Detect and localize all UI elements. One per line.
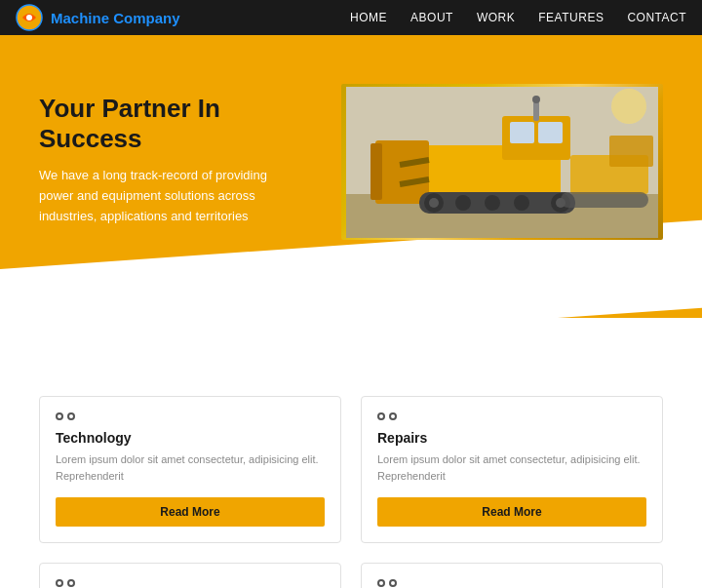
- card-title-1: Repairs: [377, 430, 646, 446]
- logo-icon: [16, 4, 43, 31]
- card-dot-0b: [67, 412, 75, 420]
- svg-point-16: [485, 195, 500, 211]
- svg-point-17: [514, 195, 529, 211]
- card-btn-1[interactable]: Read More: [377, 497, 646, 527]
- svg-rect-9: [370, 143, 382, 200]
- card-dot-1a: [377, 412, 385, 420]
- svg-rect-7: [538, 122, 563, 143]
- card-icon-row-2: [56, 579, 325, 587]
- bulldozer-image: [341, 84, 663, 240]
- card-repairs: Repairs Lorem ipsum dolor sit amet conse…: [361, 396, 663, 543]
- cards-grid: Technology Lorem ipsum dolor sit amet co…: [39, 396, 663, 588]
- card-dot-1b: [389, 412, 397, 420]
- bulldozer-svg: [346, 87, 658, 238]
- nav-contact[interactable]: CONTACT: [627, 11, 686, 24]
- hero-section: Your Partner In Success We have a long t…: [0, 35, 702, 318]
- card-icon-row-3: [377, 579, 646, 587]
- svg-point-15: [455, 195, 471, 211]
- hero-text: Your Partner In Success We have a long t…: [39, 84, 302, 227]
- card-icon-row-1: [377, 412, 646, 420]
- svg-point-1: [26, 15, 32, 20]
- svg-point-25: [611, 89, 646, 124]
- navbar: Machine Company HOME ABOUT WORK FEATURES…: [0, 0, 702, 35]
- nav-features[interactable]: FEATURES: [538, 11, 604, 24]
- nav-home[interactable]: HOME: [350, 11, 387, 24]
- card-dot-2b: [67, 579, 75, 587]
- svg-rect-21: [609, 136, 653, 167]
- svg-rect-8: [375, 140, 429, 204]
- card-dot-0a: [56, 412, 63, 420]
- nav-work[interactable]: WORK: [477, 11, 515, 24]
- card-btn-0[interactable]: Read More: [56, 497, 325, 527]
- card-dot-2a: [56, 579, 63, 587]
- card-icon-row-0: [56, 412, 325, 420]
- brand-name: Machine Company: [51, 10, 180, 26]
- card-desc-1: Lorem ipsum dolor sit amet consectetur, …: [377, 451, 646, 484]
- svg-point-14: [429, 198, 439, 208]
- hero-title: Your Partner In Success: [39, 94, 302, 154]
- card-desc-0: Lorem ipsum dolor sit amet consectetur, …: [56, 451, 325, 484]
- svg-rect-6: [510, 122, 534, 143]
- svg-point-24: [532, 96, 540, 103]
- card-technology: Technology Lorem ipsum dolor sit amet co…: [39, 396, 341, 543]
- logo: Machine Company: [16, 4, 180, 31]
- svg-rect-22: [561, 192, 648, 208]
- card-title-0: Technology: [56, 430, 325, 446]
- card-dot-3a: [377, 579, 385, 587]
- cards-section: Technology Lorem ipsum dolor sit amet co…: [0, 318, 702, 588]
- nav-about[interactable]: ABOUT: [410, 11, 453, 24]
- svg-rect-23: [533, 101, 539, 121]
- card-dot-3b: [389, 579, 397, 587]
- hero-subtitle: We have a long track-record of providing…: [39, 166, 292, 226]
- card-maintenance: Maintenance Lorem ipsum dolor sit amet c…: [361, 563, 663, 588]
- hero-image: [341, 84, 663, 240]
- nav-links: HOME ABOUT WORK FEATURES CONTACT: [350, 11, 686, 24]
- card-training: Training Lorem ipsum dolor sit amet cons…: [39, 563, 341, 588]
